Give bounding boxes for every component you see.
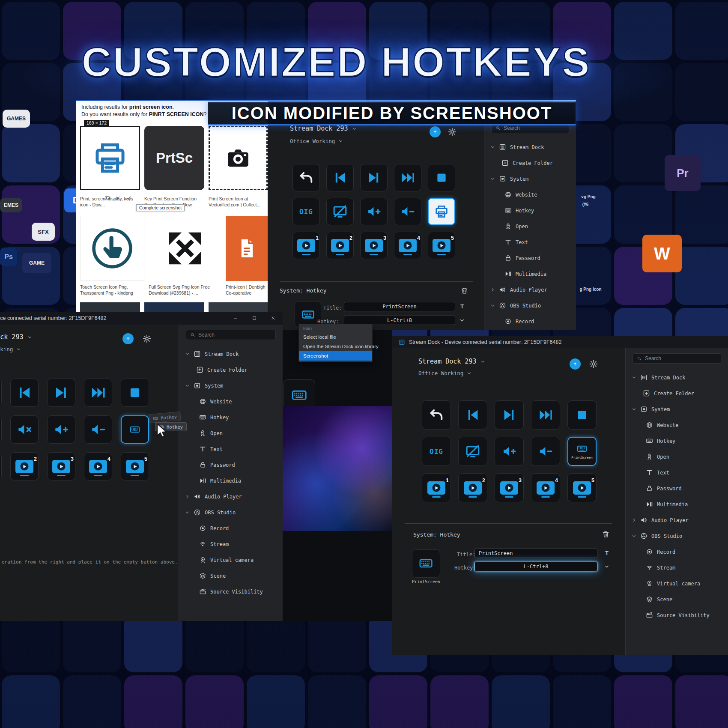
sidebar-item-open[interactable]: Open <box>484 218 576 234</box>
sidebar-item-audio-player[interactable]: Audio Player <box>626 512 728 528</box>
key-video-1[interactable]: 1 <box>0 452 2 480</box>
sidebar-item-audio-player[interactable]: Audio Player <box>484 282 576 298</box>
key-skip-end[interactable] <box>394 164 421 191</box>
profile-selector[interactable]: Office Working <box>0 346 21 352</box>
key-next-track[interactable] <box>360 164 388 191</box>
sidebar-item-obs-studio[interactable]: OBS Studio <box>484 298 576 313</box>
key-mute[interactable] <box>10 415 39 444</box>
search-results-line2[interactable]: Do you want results only for PINRT SCREE… <box>81 111 206 117</box>
key-video-4[interactable]: 4 <box>531 473 560 502</box>
sidebar-item-obs-studio[interactable]: OBS Studio <box>179 504 283 520</box>
key-volume-down[interactable] <box>531 437 560 466</box>
key-video-5[interactable]: 5 <box>121 452 149 480</box>
sidebar-item-virtual-camera[interactable]: Virtual camera <box>179 552 283 568</box>
sidebar-item-stream[interactable]: Stream <box>626 560 728 576</box>
key-video-2[interactable]: 2 <box>326 232 354 259</box>
key-skip-end[interactable] <box>531 400 560 430</box>
key-video-2[interactable]: 2 <box>10 452 39 480</box>
sidebar-item-website[interactable]: Website <box>626 417 728 433</box>
sidebar-item-source-visibility[interactable]: Source Visibility <box>626 607 728 623</box>
sidebar-item-hotkey[interactable]: Hotkey <box>626 433 728 449</box>
upload-button[interactable] <box>430 126 441 137</box>
settings-button[interactable] <box>448 127 457 137</box>
key-next-track[interactable] <box>47 379 75 407</box>
result-tile-prtsc[interactable]: PrtSc <box>144 126 204 190</box>
key-video-1[interactable]: 1 <box>422 473 451 502</box>
sidebar-search[interactable]: Search <box>633 353 721 364</box>
sidebar-item-website[interactable]: Website <box>179 394 283 409</box>
sidebar-item-record[interactable]: Record <box>626 544 728 560</box>
device-selector[interactable]: Stream Dock 293 <box>418 358 485 365</box>
key-video-3[interactable]: 3 <box>47 452 75 480</box>
key-stop[interactable] <box>567 400 597 430</box>
hotkey-dropdown-button[interactable] <box>459 317 465 324</box>
sidebar-item-source-visibility[interactable]: Source Visibility <box>179 584 283 600</box>
key-screen-off[interactable] <box>326 198 354 225</box>
sidebar-item-multimedia[interactable]: Multimedia <box>484 266 576 282</box>
sidebar-item-stream-dock[interactable]: Stream Dock <box>484 139 576 155</box>
sidebar-item-stream[interactable]: Stream <box>179 536 283 552</box>
key-video-2[interactable]: 2 <box>458 473 487 502</box>
result-tile-touch[interactable] <box>80 216 144 281</box>
settings-button[interactable] <box>589 359 598 369</box>
sidebar-item-text[interactable]: Text <box>179 441 283 457</box>
key-video-3[interactable]: 3 <box>360 232 388 259</box>
key-volume-down[interactable] <box>394 198 421 225</box>
sidebar-item-scene[interactable]: Scene <box>626 591 728 607</box>
menu-item-open-icon-library[interactable]: Open the Stream Dock icon library <box>299 342 372 351</box>
key-video-5[interactable]: 5 <box>567 473 597 502</box>
sidebar-item-multimedia[interactable]: Multimedia <box>626 496 728 512</box>
upload-button[interactable] <box>122 333 134 344</box>
close-button[interactable] <box>264 312 283 325</box>
sidebar-item-scene[interactable]: Scene <box>179 568 283 584</box>
key-video-4[interactable]: 4 <box>394 232 421 259</box>
hotkey-dropdown-button[interactable] <box>603 563 610 570</box>
key-screen-off[interactable] <box>458 437 487 466</box>
settings-button[interactable] <box>142 334 152 343</box>
key-hotkey-drop-target[interactable] <box>121 415 149 444</box>
key-printscreen[interactable]: PrintScreen <box>567 437 597 466</box>
sidebar-item-text[interactable]: Text <box>626 465 728 480</box>
key-volume-up[interactable] <box>360 198 388 225</box>
title-input[interactable]: PrintScreen <box>474 549 597 558</box>
sidebar-item-audio-player[interactable]: Audio Player <box>179 489 283 504</box>
sidebar-item-create-folder[interactable]: Create Folder <box>484 155 576 171</box>
key-video-1[interactable]: 1 <box>292 232 320 259</box>
sidebar-item-stream-dock[interactable]: Stream Dock <box>179 346 283 362</box>
key-next-track[interactable] <box>495 400 524 430</box>
delete-button[interactable] <box>460 286 468 295</box>
sidebar-search[interactable]: Search <box>186 330 276 340</box>
result-tile-print-orange[interactable] <box>226 216 268 281</box>
upload-button[interactable] <box>570 358 581 370</box>
key-volume-down[interactable] <box>84 415 112 444</box>
sidebar-item-create-folder[interactable]: Create Folder <box>179 362 283 378</box>
key-skip-end[interactable] <box>84 379 112 407</box>
key-icon-preview[interactable] <box>412 549 440 578</box>
sidebar-item-hotkey[interactable]: Hotkey <box>484 203 576 218</box>
sidebar-item-system[interactable]: System <box>179 378 283 394</box>
sidebar-item-open[interactable]: Open <box>626 449 728 465</box>
result-tile-camera[interactable] <box>209 126 268 190</box>
key-volume-up[interactable] <box>495 437 524 466</box>
sidebar-item-stream-dock[interactable]: Stream Dock <box>626 370 728 385</box>
key-undo[interactable] <box>422 400 451 430</box>
key-previous-track[interactable] <box>10 379 39 407</box>
key-previous-track[interactable] <box>458 400 487 430</box>
sidebar-item-system[interactable]: System <box>626 401 728 417</box>
key-stop[interactable] <box>428 164 455 191</box>
sidebar-item-hotkey[interactable]: Hotkey <box>179 409 283 425</box>
key-volume-up[interactable] <box>47 415 75 444</box>
sidebar-item-multimedia[interactable]: Multimedia <box>179 473 283 489</box>
key-previous-track[interactable] <box>326 164 354 191</box>
sidebar-item-password[interactable]: Password <box>484 250 576 266</box>
menu-item-screenshot[interactable]: Screenshot <box>299 351 372 361</box>
profile-selector[interactable]: Office Working <box>290 138 343 144</box>
text-style-button[interactable]: T <box>603 550 610 557</box>
key-printscreen[interactable] <box>428 198 455 225</box>
sidebar-item-record[interactable]: Record <box>179 520 283 536</box>
title-input[interactable]: PrintScreen <box>344 302 455 311</box>
key-video-4[interactable]: 4 <box>84 452 112 480</box>
delete-button[interactable] <box>602 530 610 538</box>
sidebar-item-stream[interactable]: Stream <box>484 329 576 330</box>
device-selector[interactable]: Stream Dock 293 <box>290 125 357 132</box>
